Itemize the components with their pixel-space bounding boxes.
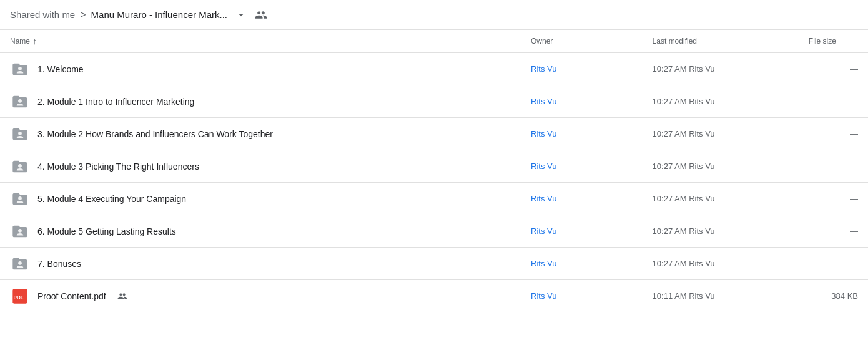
owner-cell: Rits Vu xyxy=(521,118,643,150)
svg-text:PDF: PDF xyxy=(14,294,24,300)
name-cell: 5. Module 4 Executing Your Campaign xyxy=(0,183,521,215)
table-row[interactable]: 4. Module 3 Picking The Right Influencer… xyxy=(0,150,868,183)
name-cell: 6. Module 5 Getting Lasting Results xyxy=(0,215,521,248)
sort-icon: ↑ xyxy=(32,36,37,46)
modified-cell: 10:11 AM Rits Vu xyxy=(643,280,799,312)
svg-point-3 xyxy=(18,163,22,167)
svg-point-2 xyxy=(18,131,22,135)
owner-cell: Rits Vu xyxy=(521,183,643,215)
modified-cell: 10:27 AM Rits Vu xyxy=(643,150,799,183)
file-table: Name ↑ Owner Last modified File size xyxy=(0,30,868,312)
column-header-file-size[interactable]: File size xyxy=(799,30,868,53)
column-header-name[interactable]: Name ↑ xyxy=(0,30,521,53)
svg-point-6 xyxy=(18,261,22,264)
name-cell: 4. Module 3 Picking The Right Influencer… xyxy=(0,150,521,183)
dropdown-icon[interactable] xyxy=(232,6,250,24)
column-header-last-modified[interactable]: Last modified xyxy=(643,30,799,53)
folder-icon xyxy=(10,59,30,79)
name-cell: 7. Bonuses xyxy=(0,248,521,280)
file-name: 3. Module 2 How Brands and Influencers C… xyxy=(37,129,273,139)
name-cell: PDF Proof Content.pdf xyxy=(0,280,521,312)
owner-link[interactable]: Rits Vu xyxy=(531,291,556,301)
table-header: Name ↑ Owner Last modified File size xyxy=(0,30,868,53)
size-cell: — xyxy=(799,248,868,280)
modified-cell: 10:27 AM Rits Vu xyxy=(643,85,799,118)
table-row[interactable]: 2. Module 1 Intro to Influencer Marketin… xyxy=(0,85,868,118)
size-cell: — xyxy=(799,215,868,248)
breadcrumb-current-folder: Manu Muraro - Influencer Mark... xyxy=(91,9,227,20)
owner-link[interactable]: Rits Vu xyxy=(531,162,556,171)
table-body: 1. Welcome Rits Vu 10:27 AM Rits Vu — 2.… xyxy=(0,53,868,312)
svg-point-1 xyxy=(18,99,22,102)
modified-cell: 10:27 AM Rits Vu xyxy=(643,183,799,215)
file-name: 5. Module 4 Executing Your Campaign xyxy=(37,194,186,204)
svg-point-4 xyxy=(18,196,22,200)
owner-cell: Rits Vu xyxy=(521,215,643,248)
size-cell: — xyxy=(799,118,868,150)
svg-point-0 xyxy=(18,66,22,70)
people-icon[interactable] xyxy=(252,6,270,24)
size-cell: — xyxy=(799,85,868,118)
breadcrumb-root[interactable]: Shared with me xyxy=(10,9,75,20)
name-cell: 1. Welcome xyxy=(0,53,521,85)
folder-icon xyxy=(10,254,30,274)
file-name: Proof Content.pdf xyxy=(37,291,106,301)
table-row[interactable]: 5. Module 4 Executing Your Campaign Rits… xyxy=(0,183,868,215)
folder-icon xyxy=(10,189,30,209)
size-cell: — xyxy=(799,150,868,183)
owner-cell: Rits Vu xyxy=(521,150,643,183)
file-name: 6. Module 5 Getting Lasting Results xyxy=(37,226,176,236)
modified-cell: 10:27 AM Rits Vu xyxy=(643,248,799,280)
modified-cell: 10:27 AM Rits Vu xyxy=(643,118,799,150)
folder-icon xyxy=(10,124,30,144)
owner-link[interactable]: Rits Vu xyxy=(531,194,556,203)
owner-cell: Rits Vu xyxy=(521,85,643,118)
breadcrumb-header: Shared with me > Manu Muraro - Influence… xyxy=(0,0,868,30)
folder-icon xyxy=(10,221,30,241)
shared-icon xyxy=(117,291,127,301)
file-name: 2. Module 1 Intro to Influencer Marketin… xyxy=(37,97,194,107)
table-row[interactable]: PDF Proof Content.pdf Rits Vu 10:11 AM R… xyxy=(0,280,868,312)
column-header-owner[interactable]: Owner xyxy=(521,30,643,53)
header-icon-group xyxy=(232,6,270,24)
name-cell: 2. Module 1 Intro to Influencer Marketin… xyxy=(0,85,521,118)
file-name: 1. Welcome xyxy=(37,64,84,74)
table-row[interactable]: 1. Welcome Rits Vu 10:27 AM Rits Vu — xyxy=(0,53,868,85)
owner-link[interactable]: Rits Vu xyxy=(531,226,556,236)
owner-cell: Rits Vu xyxy=(521,53,643,85)
modified-cell: 10:27 AM Rits Vu xyxy=(643,53,799,85)
owner-link[interactable]: Rits Vu xyxy=(531,129,556,138)
table-row[interactable]: 7. Bonuses Rits Vu 10:27 AM Rits Vu — xyxy=(0,248,868,280)
breadcrumb-separator: > xyxy=(80,9,86,21)
owner-link[interactable]: Rits Vu xyxy=(531,97,556,106)
table-row[interactable]: 6. Module 5 Getting Lasting Results Rits… xyxy=(0,215,868,248)
owner-cell: Rits Vu xyxy=(521,248,643,280)
modified-cell: 10:27 AM Rits Vu xyxy=(643,215,799,248)
folder-icon xyxy=(10,157,30,177)
file-name: 7. Bonuses xyxy=(37,259,81,269)
pdf-icon: PDF xyxy=(10,286,30,306)
table-row[interactable]: 3. Module 2 How Brands and Influencers C… xyxy=(0,118,868,150)
owner-cell: Rits Vu xyxy=(521,280,643,312)
owner-link[interactable]: Rits Vu xyxy=(531,259,556,268)
folder-icon xyxy=(10,92,30,112)
file-name: 4. Module 3 Picking The Right Influencer… xyxy=(37,162,199,172)
size-cell: 384 KB xyxy=(799,280,868,312)
size-cell: — xyxy=(799,183,868,215)
size-cell: — xyxy=(799,53,868,85)
owner-link[interactable]: Rits Vu xyxy=(531,64,556,74)
svg-point-5 xyxy=(18,228,22,232)
name-cell: 3. Module 2 How Brands and Influencers C… xyxy=(0,118,521,150)
